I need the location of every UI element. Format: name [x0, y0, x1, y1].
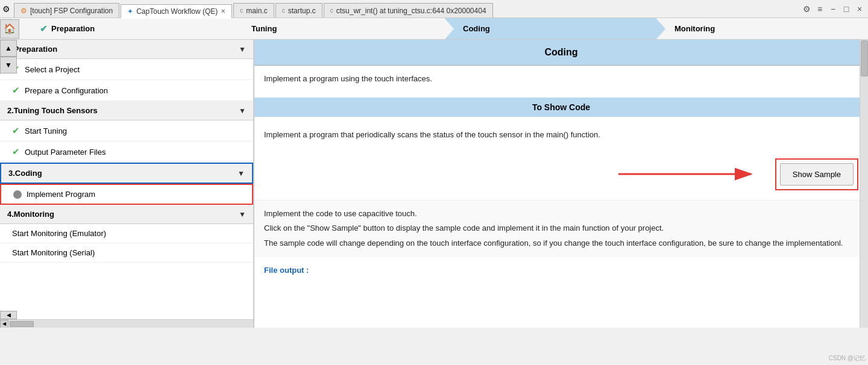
tab-captouch[interactable]: ✦ CapTouch Workflow (QE) ✕: [121, 4, 232, 19]
intro-text: Implement a program using the touch inte…: [264, 74, 432, 83]
red-arrow: [612, 162, 763, 186]
prepare-config-label: Prepare a Configuration: [25, 86, 108, 95]
workflow-steps: 🏠 ✔ Preparation Tuning Coding Monitoring: [0, 18, 868, 40]
item-implement-program[interactable]: Implement Program: [0, 184, 253, 205]
prepare-config-check-icon: ✔: [12, 85, 20, 96]
tab-main-icon: c: [240, 7, 243, 14]
step-monitoring[interactable]: Monitoring: [656, 18, 868, 39]
tab-startup-label: startup.c: [288, 7, 316, 15]
coding-title: Coding: [254, 40, 868, 66]
close-btn[interactable]: ×: [854, 3, 866, 15]
show-sample-btn-wrapper: Show Sample: [775, 158, 858, 190]
implement-desc-1: Implement the code to use capacitive tou…: [264, 208, 858, 220]
main-layout: ▲ ▼ 1.Preparation ▼ ✔ Select a Project ✔…: [0, 40, 868, 328]
section-coding-label: 3.Coding: [8, 169, 42, 178]
title-bar: ⚙ ⚙ [touch] FSP Configuration ✦ CapTouch…: [0, 0, 868, 18]
tab-captouch-icon: ✦: [127, 7, 133, 16]
show-code-divider: To Show Code: [254, 98, 868, 117]
preparation-check-icon: ✔: [40, 23, 48, 34]
start-tuning-label: Start Tuning: [25, 126, 67, 136]
tab-main-label: main.c: [246, 7, 267, 15]
tab-fsp-icon: ⚙: [20, 7, 27, 15]
start-monitoring-emu-label: Start Monitoring (Emulator): [12, 229, 106, 238]
implement-desc-3: The sample code will change depending on…: [264, 237, 858, 250]
right-scrollbar-thumb[interactable]: [861, 40, 868, 76]
section-monitoring-label: 4.Monitoring: [7, 210, 54, 219]
start-monitoring-serial-label: Start Monitoring (Serial): [12, 248, 95, 257]
step-preparation-label: Preparation: [51, 24, 95, 33]
tab-ctsu[interactable]: c ctsu_wr_int() at tuning_ctsu.c:644 0x2…: [324, 3, 493, 17]
start-tuning-check-icon: ✔: [12, 125, 20, 136]
implement-program-label: Implement Program: [27, 190, 95, 199]
show-code-desc: Implement a program that periodically sc…: [264, 130, 600, 139]
step-tuning[interactable]: Tuning: [233, 18, 445, 39]
tabs-bar: ⚙ [touch] FSP Configuration ✦ CapTouch W…: [14, 0, 800, 17]
scroll-left-btn[interactable]: ◀: [0, 311, 17, 319]
select-project-label: Select a Project: [25, 65, 80, 74]
coding-title-text: Coding: [544, 47, 577, 57]
tab-main-c[interactable]: c main.c: [233, 3, 274, 17]
tab-close-captouch[interactable]: ✕: [221, 8, 225, 14]
minimize-btn[interactable]: −: [827, 3, 839, 15]
file-output-label: File output :: [264, 266, 309, 275]
show-code-title: To Show Code: [532, 102, 590, 112]
section-coding-arrow: ▼: [237, 169, 245, 178]
tab-fsp-label: [touch] FSP Configuration: [30, 7, 113, 15]
output-params-check-icon: ✔: [12, 146, 20, 157]
section-monitoring-header[interactable]: 4.Monitoring ▼: [0, 205, 253, 224]
nav-arrows: ▲ ▼: [0, 40, 17, 73]
intro-block: Implement a program using the touch inte…: [254, 66, 868, 93]
scroll-left-arrow[interactable]: ◀: [0, 320, 8, 328]
item-prepare-config[interactable]: ✔ Prepare a Configuration: [0, 80, 253, 101]
step-coding-label: Coding: [463, 24, 490, 33]
step-monitoring-label: Monitoring: [675, 24, 715, 33]
left-panel: ▲ ▼ 1.Preparation ▼ ✔ Select a Project ✔…: [0, 40, 254, 328]
app-icon: ⚙: [2, 4, 10, 14]
output-params-label: Output Parameter Files: [25, 148, 105, 157]
show-sample-button[interactable]: Show Sample: [780, 163, 854, 186]
tab-fsp-config[interactable]: ⚙ [touch] FSP Configuration: [14, 3, 119, 17]
settings-icon[interactable]: ⚙: [800, 3, 813, 15]
tab-captouch-label: CapTouch Workflow (QE): [136, 7, 218, 16]
section-preparation-header[interactable]: 1.Preparation ▼: [0, 40, 253, 59]
arrow-svg: [612, 162, 763, 186]
section-monitoring-arrow: ▼: [239, 210, 246, 219]
right-scrollbar-track[interactable]: [860, 40, 868, 328]
arrow-graphic: [264, 162, 763, 186]
home-button[interactable]: 🏠: [0, 19, 19, 39]
step-tuning-label: Tuning: [251, 24, 277, 33]
menu-icon[interactable]: ≡: [814, 3, 826, 15]
item-select-project[interactable]: ✔ Select a Project: [0, 59, 253, 80]
left-panel-scrollbar[interactable]: ◀: [0, 319, 253, 328]
tab-ctsu-label: ctsu_wr_int() at tuning_ctsu.c:644 0x200…: [336, 7, 486, 15]
file-output-block: File output :: [254, 257, 868, 284]
window-controls: ⚙ ≡ − □ ×: [800, 3, 866, 15]
section-preparation-arrow: ▼: [239, 45, 246, 54]
step-coding[interactable]: Coding: [445, 18, 656, 39]
item-start-monitoring-emu[interactable]: Start Monitoring (Emulator): [0, 224, 253, 243]
item-output-params[interactable]: ✔ Output Parameter Files: [0, 142, 253, 163]
scroll-thumb-horizontal[interactable]: [10, 321, 34, 327]
section-tuning-label: 2.Tuning Touch Sensors: [7, 106, 98, 115]
step-preparation[interactable]: ✔ Preparation: [22, 18, 233, 39]
tab-startup-icon: c: [282, 7, 285, 14]
maximize-btn[interactable]: □: [840, 3, 852, 15]
section-tuning-arrow: ▼: [239, 107, 246, 115]
scroll-up-btn[interactable]: ▲: [0, 40, 17, 57]
tab-startup-c[interactable]: c startup.c: [275, 3, 322, 17]
right-panel: Coding Implement a program using the tou…: [254, 40, 868, 328]
item-start-tuning[interactable]: ✔ Start Tuning: [0, 120, 253, 142]
section-coding-header[interactable]: 3.Coding ▼: [0, 163, 253, 184]
implement-desc-block: Implement the code to use capacitive tou…: [254, 200, 868, 257]
scroll-down-btn[interactable]: ▼: [0, 57, 17, 73]
left-panel-content: 1.Preparation ▼ ✔ Select a Project ✔ Pre…: [0, 40, 253, 263]
section-tuning-header[interactable]: 2.Tuning Touch Sensors ▼: [0, 101, 253, 120]
show-sample-area: Show Sample: [254, 149, 868, 200]
tab-ctsu-icon: c: [330, 7, 333, 14]
show-code-desc-block: Implement a program that periodically sc…: [254, 122, 868, 149]
item-start-monitoring-serial[interactable]: Start Monitoring (Serial): [0, 243, 253, 263]
implement-desc-2: Click on the "Show Sample" button to dis…: [264, 222, 858, 235]
implement-program-circle-icon: [13, 190, 22, 199]
